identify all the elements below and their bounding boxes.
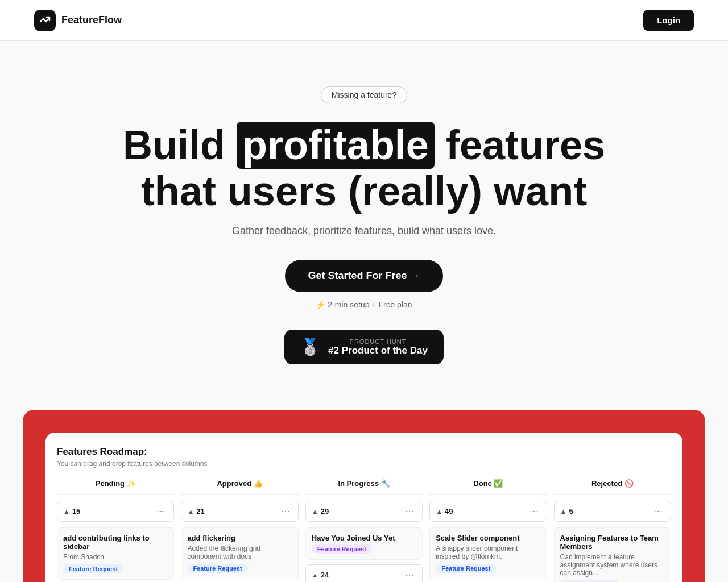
vote-row-2: ▲ 29 ⋯ xyxy=(305,501,423,522)
roadmap-title: Features Roadmap: xyxy=(57,446,671,458)
column-header-2: In Progress 🔧 xyxy=(305,479,423,495)
vote-count-1: ▲ 21 xyxy=(187,507,204,516)
column-header-4: Rejected 🚫 xyxy=(554,479,671,495)
column-header-1: Approved 👍 xyxy=(181,479,298,495)
feature-tag-0-0: Feature Request xyxy=(63,564,123,573)
feature-card-desc-4-0: Can implement a feature assignment syste… xyxy=(560,553,665,577)
vote-menu-btn-0[interactable]: ⋯ xyxy=(154,505,168,518)
column-header-0: Pending ✨ xyxy=(57,479,174,495)
feature-tag-2-0: Feature Request xyxy=(312,544,372,554)
feature-card-1-0: add flickeringAdded the flickering grid … xyxy=(181,527,298,579)
get-started-button[interactable]: Get Started For Free → xyxy=(285,260,442,292)
roadmap-section: Features Roadmap: You can drag and drop … xyxy=(23,410,705,582)
vote-row-4: ▲ 5 ⋯ xyxy=(554,501,671,522)
vote-menu-btn-4[interactable]: ⋯ xyxy=(651,505,665,518)
feature-card-desc-0-0: From Shadcn xyxy=(63,553,168,561)
vote-count-3: ▲ 49 xyxy=(436,507,453,516)
hero-title-highlight: profitable xyxy=(237,122,435,169)
vote-row2-2: ▲ 24 ⋯ xyxy=(305,564,423,582)
roadmap-columns: Pending ✨ ▲ 15 ⋯ add contributing links … xyxy=(57,479,671,582)
feature-card-2-0: Have You Joined Us YetFeature Request xyxy=(305,527,423,560)
vote-row-1: ▲ 21 ⋯ xyxy=(181,501,298,522)
column-header-3: Done ✅ xyxy=(429,479,547,495)
vote-row-3: ▲ 49 ⋯ xyxy=(429,501,547,522)
roadmap-card: Features Roadmap: You can drag and drop … xyxy=(46,433,682,582)
hero-title-pre: Build xyxy=(123,122,225,168)
hero-section: Missing a feature? Build profitable feat… xyxy=(0,41,728,398)
feature-tag-1-0: Feature Request xyxy=(187,564,247,573)
roadmap-column-0: Pending ✨ ▲ 15 ⋯ add contributing links … xyxy=(57,479,174,582)
feature-tag-3-0: Feature Request xyxy=(436,564,496,573)
brand-name: FeatureFlow xyxy=(61,14,122,26)
missing-feature-badge[interactable]: Missing a feature? xyxy=(321,86,407,103)
vote-count-4: ▲ 5 xyxy=(560,507,573,516)
feature-card-0-0: add contributing links to sidebarFrom Sh… xyxy=(57,527,174,580)
vote-menu-btn-3[interactable]: ⋯ xyxy=(527,505,541,518)
vote-count-0: ▲ 15 xyxy=(63,507,80,516)
feature-card-3-0: Scale Slider componentA snappy slider co… xyxy=(429,527,547,579)
brand-logo-icon xyxy=(34,10,56,31)
roadmap-column-4: Rejected 🚫 ▲ 5 ⋯ Assigning Features to T… xyxy=(554,479,671,582)
roadmap-column-3: Done ✅ ▲ 49 ⋯ Scale Slider componentA sn… xyxy=(429,479,547,582)
roadmap-subtitle: You can drag and drop features between c… xyxy=(57,460,671,468)
ph-label: PRODUCT HUNT xyxy=(328,338,428,345)
feature-card-desc-1-0: Added the flickering grid component with… xyxy=(187,544,292,560)
product-hunt-badge[interactable]: 🥈 PRODUCT HUNT #2 Product of the Day xyxy=(284,330,444,364)
feature-card-title-2-0: Have You Joined Us Yet xyxy=(312,534,416,542)
vote-menu-btn2-2[interactable]: ⋯ xyxy=(403,568,416,581)
hero-subtitle: Gather feedback, prioritize features, bu… xyxy=(232,225,496,237)
hero-title: Build profitable features that users (re… xyxy=(108,122,620,214)
vote-count-2: ▲ 29 xyxy=(312,507,329,516)
navbar: FeatureFlow Login xyxy=(0,0,728,41)
vote-row-0: ▲ 15 ⋯ xyxy=(57,501,174,522)
ph-medal-icon: 🥈 xyxy=(300,338,320,356)
feature-card-title-0-0: add contributing links to sidebar xyxy=(63,534,168,551)
vote-menu-btn-2[interactable]: ⋯ xyxy=(403,505,416,518)
login-button[interactable]: Login xyxy=(643,10,694,31)
brand: FeatureFlow xyxy=(34,10,122,31)
feature-card-title-3-0: Scale Slider component xyxy=(436,534,540,542)
ph-title: #2 Product of the Day xyxy=(328,345,428,356)
feature-card-title-1-0: add flickering xyxy=(187,534,292,542)
setup-note: ⚡ 2-min setup + Free plan xyxy=(316,300,412,309)
ph-text: PRODUCT HUNT #2 Product of the Day xyxy=(328,338,428,356)
roadmap-column-2: In Progress 🔧 ▲ 29 ⋯ Have You Joined Us … xyxy=(305,479,423,582)
roadmap-column-1: Approved 👍 ▲ 21 ⋯ add flickeringAdded th… xyxy=(181,479,298,582)
feature-card-desc-3-0: A snappy slider component inspired by @f… xyxy=(436,544,540,560)
feature-card-title-4-0: Assigning Features to Team Members xyxy=(560,534,665,551)
feature-card-4-0: Assigning Features to Team MembersCan im… xyxy=(554,527,671,582)
vote-menu-btn-1[interactable]: ⋯ xyxy=(279,505,292,518)
vote-count2-2: ▲ 24 xyxy=(312,571,329,579)
